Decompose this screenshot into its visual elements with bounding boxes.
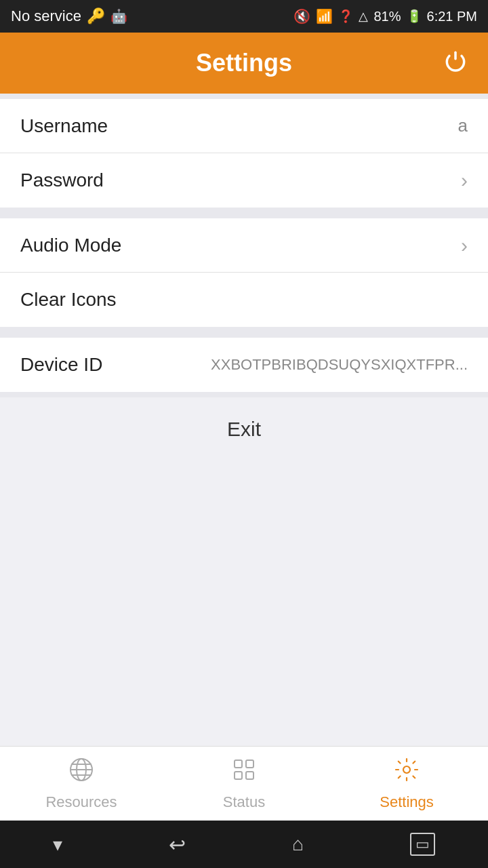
section-divider-1 (0, 208, 488, 218)
android-down-button[interactable]: ▾ (53, 833, 62, 856)
device-id-row[interactable]: Device ID XXBOTPBRIBQDSUQYSXIQXTFPR... (0, 338, 488, 392)
power-button[interactable] (439, 47, 472, 79)
password-label: Password (20, 170, 104, 191)
top-divider (0, 94, 488, 99)
clear-icons-row[interactable]: Clear Icons (0, 273, 488, 327)
question-icon: ❓ (338, 9, 353, 24)
bottom-nav: Resources Status Settings (0, 746, 488, 821)
username-label: Username (20, 115, 108, 137)
device-id-label: Device ID (20, 354, 102, 376)
page-title: Settings (196, 49, 292, 77)
app-header: Settings (0, 33, 488, 94)
section-divider-2 (0, 327, 488, 338)
android-icon: 🤖 (110, 8, 127, 24)
mute-icon: 🔇 (293, 8, 310, 24)
display-settings-group: Audio Mode › Clear Icons (0, 218, 488, 327)
svg-point-9 (403, 766, 410, 773)
key-icon: 🔑 (87, 7, 105, 25)
gear-icon (393, 756, 420, 789)
apps-icon (230, 756, 258, 789)
android-back-button[interactable]: ↩ (169, 833, 186, 856)
content-area: Username a Password › Audio Mode › Clear… (0, 94, 488, 746)
exit-label: Exit (227, 418, 261, 441)
audio-mode-label: Audio Mode (20, 235, 121, 256)
wifi-icon: 📶 (316, 8, 333, 24)
status-left: No service 🔑 🤖 (11, 7, 127, 25)
device-settings-group: Device ID XXBOTPBRIBQDSUQYSXIQXTFPR... (0, 338, 488, 392)
password-chevron: › (461, 169, 468, 192)
audio-mode-chevron: › (461, 234, 468, 257)
password-row[interactable]: Password › (0, 153, 488, 208)
battery-icon: 🔋 (407, 9, 422, 24)
android-nav-bar: ▾ ↩ ⌂ ▭ (0, 821, 488, 868)
nav-label-settings: Settings (380, 793, 434, 811)
svg-rect-7 (235, 772, 242, 779)
carrier-text: No service (11, 7, 81, 25)
globe-icon (68, 756, 95, 789)
battery-text: 81% (373, 9, 401, 24)
nav-label-status: Status (223, 793, 265, 811)
audio-mode-row[interactable]: Audio Mode › (0, 218, 488, 273)
svg-rect-8 (246, 772, 253, 779)
nav-item-settings[interactable]: Settings (325, 756, 488, 811)
nav-label-resources: Resources (45, 793, 117, 811)
nav-item-status[interactable]: Status (163, 756, 325, 811)
account-settings-group: Username a Password › (0, 99, 488, 208)
clear-icons-label: Clear Icons (20, 289, 117, 311)
svg-rect-6 (246, 760, 253, 768)
username-value: a (458, 115, 468, 136)
time-text: 6:21 PM (427, 9, 477, 24)
status-right: 🔇 📶 ❓ △ 81% 🔋 6:21 PM (293, 8, 477, 24)
svg-rect-5 (235, 760, 242, 768)
status-bar: No service 🔑 🤖 🔇 📶 ❓ △ 81% 🔋 6:21 PM (0, 0, 488, 33)
android-home-button[interactable]: ⌂ (292, 833, 304, 855)
nav-item-resources[interactable]: Resources (0, 756, 163, 811)
username-row[interactable]: Username a (0, 99, 488, 153)
exit-section[interactable]: Exit (0, 397, 488, 461)
content-spacer (0, 461, 488, 746)
section-divider-3 (0, 392, 488, 397)
signal-icon: △ (359, 9, 368, 24)
android-recents-button[interactable]: ▭ (410, 833, 435, 856)
device-id-value: XXBOTPBRIBQDSUQYSXIQXTFPR... (211, 356, 468, 374)
